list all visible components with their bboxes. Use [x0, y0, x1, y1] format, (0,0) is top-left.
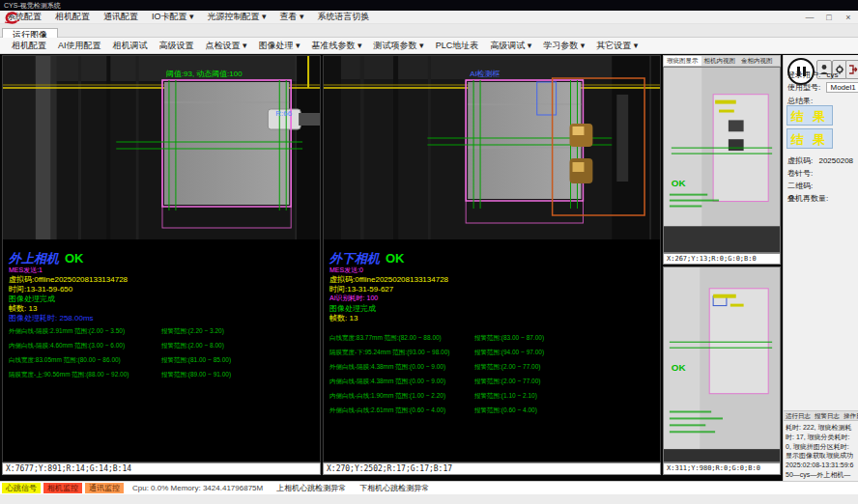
logout-button[interactable] [845, 60, 858, 79]
alarm-range-text: 报警范围:(83.00 ~ 87.00) [474, 334, 544, 343]
lower-camera-warning: 下相机心跳检测异常 [359, 483, 429, 493]
result-box-upper: 结 果 [786, 105, 833, 126]
app-window: CYS-视觉检测系统 系统配置 相机配置 通讯配置 IO卡配置 ▾ 光源控制配置… [0, 0, 858, 504]
measurement-text: 外侧白线-白线:2.61mm 范围:(0.60 ~ 4.00) [329, 406, 445, 415]
thumb-image-2[interactable]: OK [664, 267, 780, 462]
toolbar-camera-debug[interactable]: 相机调试 [107, 40, 154, 52]
thumb-view-2: OK [663, 266, 781, 462]
app-logo-icon [3, 12, 20, 24]
minimize-button[interactable]: — [804, 11, 815, 24]
page-tab-row: 运行图像 [0, 24, 858, 38]
measurement-row: 白线宽度:83.77mm 范围:(82.00 ~ 88.00) 报警范围:(83… [329, 334, 648, 344]
thumb-tab-metallograph-view[interactable]: 金相内视图 [738, 56, 776, 66]
toolbar-test-params[interactable]: 测试项参数 ▾ [368, 40, 430, 52]
ok-status: OK [65, 251, 84, 266]
measurement-text: 白线宽度:83.05mm 范围:(80.00 ~ 86.00) [9, 356, 121, 365]
cpu-memory-text: Cpu: 0.0% Memory: 3424.41796875M [132, 484, 263, 492]
camera-monitor-badge: 相机监控 [43, 483, 82, 493]
alarm-range-text: 报警范围:(0.60 ~ 4.00) [474, 406, 537, 415]
log-tab-run[interactable]: 运行日志 [784, 411, 813, 420]
titlebar: CYS-视觉检测系统 [0, 0, 858, 11]
alarm-range-text: 报警范围:(1.10 ~ 2.10) [474, 392, 537, 401]
toolbar-spot-check[interactable]: 点检设置 ▾ [200, 40, 253, 52]
log-tab-operation[interactable]: 操作日志 [842, 411, 858, 420]
alarm-range-text: 报警范围:(2.00 ~ 77.00) [474, 378, 540, 386]
thumb-tab-camera-view[interactable]: 相机内视图 [701, 56, 739, 66]
menu-item-io-card-config[interactable]: IO卡配置 ▾ [145, 11, 201, 23]
measurement-row: 隔膜宽度-下:95.24mm 范围:(93.00 ~ 98.00) 报警范围:(… [329, 349, 648, 358]
alarm-range-text: 报警范围:(2.20 ~ 3.20) [161, 327, 224, 336]
toolbar-image-processing[interactable]: 图像处理 ▾ [253, 40, 306, 52]
alarm-range-text: 报警范围:(2.00 ~ 8.00) [161, 342, 224, 350]
sidebar: 登录用户: cys 使用型号: Model1 总结果: 结 果 结 果 虚拟码:… [783, 55, 858, 481]
measurement-row: 内侧白线-隔膜:4.38mm 范围:(0.00 ~ 9.00) 报警范围:(2.… [329, 378, 648, 387]
measurement-row: 隔膜宽度-上:90.56mm 范围:(88.00 ~ 92.00) 报警范围:(… [9, 371, 328, 380]
toolbar-plc-address-table[interactable]: PLC地址表 [430, 40, 485, 52]
menu-item-comm-config[interactable]: 通讯配置 [97, 11, 145, 23]
thumb-tab-bar: 瑕疵图显示 相机内视图 金相内视图 [663, 55, 781, 67]
toolbar-advanced-debug[interactable]: 高级调试 ▾ [484, 40, 537, 52]
measurement-row: 外侧白线-隔膜:4.38mm 范围:(0.00 ~ 9.00) 报警范围:(2.… [329, 363, 648, 373]
thumb-tab-defect-display[interactable]: 瑕疵图显示 [664, 56, 701, 66]
model-label: 使用型号: [787, 83, 820, 92]
upper-camera-coords: X:7677;Y:891;R:14;G:14;B:14 [2, 462, 321, 475]
result-box-lower: 结 果 [786, 128, 833, 149]
menu-item-camera-config[interactable]: 相机配置 [48, 11, 97, 23]
toolbar-ai-config[interactable]: AI使用配置 [52, 40, 107, 52]
thumb1-ok-label: OK [672, 178, 687, 188]
footer-strip [0, 494, 858, 504]
measurement-row: 内侧白线-隔膜:4.60mm 范围:(3.00 ~ 6.00) 报警范围:(2.… [9, 342, 328, 351]
lower-camera-image[interactable]: AI检测框 [324, 56, 660, 239]
model-row: 使用型号: Model1 [787, 82, 858, 93]
lower-camera-panel: AI检测框 外下相机OK MES发送:0 虚拟码:0ffline20250208… [323, 55, 661, 462]
needle-number-label: 卷针号: [787, 168, 813, 179]
menu-item-light-control-config[interactable]: 光源控制配置 ▾ [201, 11, 273, 23]
toolbar-other-settings[interactable]: 其它设置 ▾ [590, 40, 644, 52]
model-select[interactable]: Model1 [826, 82, 858, 93]
alarm-range-text: 报警范围:(89.00 ~ 91.00) [161, 371, 231, 379]
virtual-code-value: 20250208 [818, 156, 853, 165]
measurement-text: 隔膜宽度-上:90.56mm 范围:(88.00 ~ 92.00) [9, 371, 129, 379]
virtual-code-label: 虚拟码: [787, 156, 813, 165]
upper-camera-warning: 上相机心跳检测异常 [276, 483, 346, 493]
thumb-image-1[interactable]: OK [664, 68, 780, 252]
measurement-row: 白线宽度:83.05mm 范围:(80.00 ~ 86.00) 报警范围:(81… [9, 356, 328, 366]
heartbeat-badge: 心跳信号 [2, 483, 41, 493]
toolbar-camera-config[interactable]: 相机配置 [6, 40, 52, 52]
measurement-text: 白线宽度:83.77mm 范围:(82.00 ~ 88.00) [329, 334, 442, 343]
toolbar-learning-params[interactable]: 学习参数 ▾ [537, 40, 590, 52]
log-tab-bar: 运行日志 报警日志 操作日志 [784, 410, 858, 421]
login-user-row: 登录用户: cys [787, 70, 838, 80]
point-overlay-label: R:66 [275, 109, 292, 118]
stack-count-label: 叠机再数量: [787, 193, 828, 204]
upper-camera-image[interactable]: 阈值:93, 动态阈值:100 R:66 [3, 56, 320, 239]
comm-monitor-badge: 通讯监控 [85, 483, 124, 493]
measurement-text: 隔膜宽度-下:95.24mm 范围:(93.00 ~ 98.00) [329, 349, 449, 357]
virtual-code-row: 虚拟码: 20250208 [787, 155, 853, 166]
ai-elapsed: AI识别耗时: 100 [329, 294, 378, 303]
menu-item-language-switch[interactable]: 系统语言切换 [311, 11, 377, 23]
alarm-range-text: 报警范围:(2.00 ~ 77.00) [474, 363, 540, 372]
login-user-value: cys [826, 70, 838, 79]
alarm-range-text: 报警范围:(81.00 ~ 85.00) [161, 356, 231, 365]
thumb2-ok-label: OK [672, 362, 687, 373]
measurement-text: 外侧白线-隔膜:4.38mm 范围:(0.00 ~ 9.00) [329, 363, 445, 372]
close-button[interactable]: × [843, 11, 854, 24]
lower-camera-coords: X:270;Y:2502;R:17;G:17;B:17 [323, 462, 661, 475]
alarm-range-text: 报警范围:(94.00 ~ 97.00) [474, 349, 544, 357]
toolbar-baseline-params[interactable]: 基准线参数 ▾ [306, 40, 368, 52]
log-tab-alarm[interactable]: 报警日志 [813, 411, 842, 420]
maximize-button[interactable]: □ [823, 11, 835, 24]
measurement-text: 内侧白线-隔膜:4.38mm 范围:(0.00 ~ 9.00) [329, 378, 445, 386]
toolbar-advanced-settings[interactable]: 高级设置 [154, 40, 200, 52]
status-bar: 心跳信号 相机监控 通讯监控 Cpu: 0.0% Memory: 3424.41… [0, 481, 858, 494]
measurement-text: 内侧白线-白线:1.90mm 范围:(1.00 ~ 2.20) [329, 392, 445, 401]
thumb1-coords: X:267;Y:13;R:0;G:0;B:0 [663, 253, 781, 265]
thumb-view-1: OK [663, 67, 781, 253]
window-controls: — □ × [804, 11, 854, 24]
window-title: CYS-视觉检测系统 [4, 2, 61, 9]
menu-item-view[interactable]: 查看 ▾ [273, 11, 311, 23]
ai-box-overlay-label: AI检测框 [470, 70, 500, 78]
threshold-overlay-label: 阈值:93, 动态阈值:100 [166, 70, 243, 78]
upper-camera-panel: 阈值:93, 动态阈值:100 R:66 外上相机OK MES发送:1 虚拟码:… [2, 55, 321, 462]
